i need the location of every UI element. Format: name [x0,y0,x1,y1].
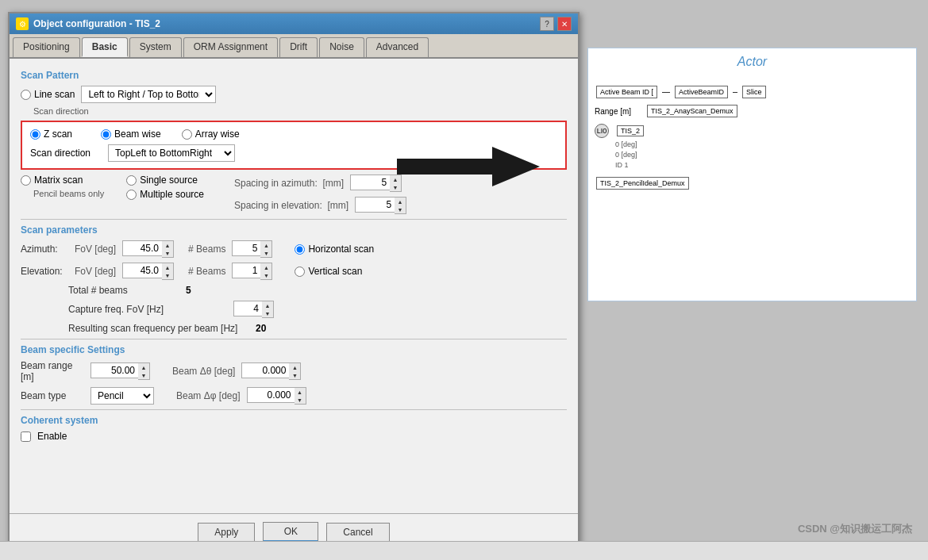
ok-button[interactable]: OK [263,522,318,542]
capture-freq-down[interactable]: ▼ [262,309,273,317]
vertical-scan-radio[interactable] [295,267,305,277]
single-source-label: Single source [140,175,198,186]
azimuth-beams-down[interactable]: ▼ [260,249,271,257]
z-scan-label: Z scan [44,128,72,140]
horizontal-scan-radio[interactable] [295,244,305,255]
array-wise-radio[interactable] [182,129,192,140]
sensor-label-box: TIS_2 [617,125,644,136]
active-beam-box: Active Beam ID [ [596,86,657,98]
coherent-enable-checkbox[interactable] [21,432,31,442]
azimuth-fov-input[interactable]: 45.0 ▲ ▼ [122,240,174,258]
tab-advanced[interactable]: Advanced [366,37,429,57]
elevation-fov-up[interactable]: ▲ [162,263,173,271]
single-source-radio[interactable] [126,175,137,186]
elevation-fov-input[interactable]: 45.0 ▲ ▼ [122,263,174,280]
resulting-freq-value: 20 [256,323,266,334]
beam-delta-theta-input[interactable]: 0.000 ▲ ▼ [241,362,301,380]
beam-type-select[interactable]: Pencil [90,387,154,405]
watermark: CSDN @知识搬运工阿杰 [798,522,912,536]
spacing-elevation-input[interactable]: 5 ▲ ▼ [355,197,406,214]
beam-delta-theta-up[interactable]: ▲ [289,363,300,371]
cancel-button[interactable]: Cancel [326,523,389,542]
scan-direction-sub-label: Scan direction [33,106,567,116]
line-scan-label: Line scan [34,89,75,100]
tab-drift[interactable]: Drift [279,37,318,57]
scan-pattern-label: Scan Pattern [21,70,567,81]
beam-delta-phi-input[interactable]: 0.000 ▲ ▼ [247,387,306,405]
beam-delta-phi-label: Beam Δφ [deg] [176,390,241,401]
line-scan-radio[interactable] [21,90,31,100]
tab-noise[interactable]: Noise [319,37,364,57]
beam-delta-phi-down[interactable]: ▼ [295,396,306,404]
help-button[interactable]: ? [540,17,554,31]
array-wise-label: Array wise [195,128,240,140]
spacing-elevation-label: Spacing in elevation: [mm] [234,200,348,211]
tab-system[interactable]: System [129,37,182,57]
scan-params-label: Scan parameters [21,224,567,236]
svg-marker-0 [397,147,540,186]
beam-delta-phi-up[interactable]: ▲ [295,388,306,396]
elevation-beams-up[interactable]: ▲ [260,263,271,271]
diagram-row-4: TIS_2_PencilIdeal_Demux [595,175,910,191]
title-bar: ⚙ Object configuration - TIS_2 ? ✕ [10,13,578,34]
arrow-indicator [389,143,548,190]
elevation-beams-input[interactable]: 1 ▲ ▼ [232,263,272,280]
elevation-row: Elevation: FoV [deg] 45.0 ▲ ▼ # Beams 1 … [21,263,567,280]
beam-wise-radio[interactable] [101,129,111,140]
li0-circle: LI0 [595,124,609,138]
app-icon: ⚙ [16,17,29,30]
z-scan-direction-label: Scan direction [30,148,102,159]
beam-range-input[interactable]: 50.00 ▲ ▼ [90,362,150,380]
actor-title: Actor [588,48,916,75]
beams-label: # Beams [188,244,225,255]
apply-button[interactable]: Apply [198,523,255,542]
beam-type-label: Beam type [21,390,84,401]
matrix-scan-radio[interactable] [21,175,31,186]
beam-range-up[interactable]: ▲ [138,363,149,371]
spacing-elevation-up[interactable]: ▲ [395,198,406,205]
coherent-enable-label: Enable [37,431,67,442]
beam-wise-label: Beam wise [114,128,161,140]
pencil-beams-label: Pencil beams only [33,189,104,198]
elevation-fov-down[interactable]: ▼ [162,271,173,279]
beam-delta-theta-label: Beam Δθ [deg] [172,366,235,377]
beam-type-row: Beam type Pencil Beam Δφ [deg] 0.000 ▲ ▼ [21,387,567,405]
fov-label: FoV [deg] [75,244,116,255]
elevation-beams-down[interactable]: ▼ [260,271,271,279]
total-beams-value: 5 [186,285,191,296]
azimuth-fov-up[interactable]: ▲ [162,241,173,249]
capture-freq-up[interactable]: ▲ [262,301,273,309]
resulting-freq-label: Resulting scan frequency per beam [Hz] [68,323,243,334]
azimuth-beams-up[interactable]: ▲ [260,241,271,249]
deg-row-1: 0 [deg] [615,140,645,148]
beam-delta-theta-down[interactable]: ▼ [289,371,300,379]
azimuth-label: Azimuth: [21,244,68,255]
close-button[interactable]: ✕ [557,17,572,31]
horizontal-scan-label: Horizontal scan [308,244,374,255]
diagram-row-2: Range [m] TIS_2_AnayScan_Demux [595,103,910,119]
tab-positioning[interactable]: Positioning [13,37,80,57]
line-scan-row: Line scan Left to Right / Top to Bottom [21,86,567,103]
beam-settings-label: Beam specific Settings [21,344,567,355]
multiple-source-radio[interactable] [126,190,137,200]
total-beams-row: Total # beams 5 [21,285,567,296]
azimuth-row: Azimuth: FoV [deg] 45.0 ▲ ▼ # Beams 5 ▲ … [21,240,567,258]
tab-basic[interactable]: Basic [82,37,128,57]
capture-freq-input[interactable]: 4 ▲ ▼ [233,301,274,318]
tab-orm-assignment[interactable]: ORM Assignment [183,37,278,57]
diagram-row-1: Active Beam ID [ ActiveBeamID Slice [595,84,910,100]
z-scan-direction-select[interactable]: TopLeft to BottomRight [108,144,235,162]
beam-range-down[interactable]: ▼ [138,371,149,379]
bottom-demux-box: TIS_2_PencilIdeal_Demux [596,177,689,190]
azimuth-beams-input[interactable]: 5 ▲ ▼ [232,240,272,258]
z-scan-radio[interactable] [30,129,40,140]
azimuth-fov-down[interactable]: ▼ [162,249,173,257]
active-beam-id-out-box: ActiveBeamID [675,86,728,98]
deg-row-3: ID 1 [615,161,645,169]
scan-direction-select[interactable]: Left to Right / Top to Bottom [81,86,216,103]
coherent-enable-row: Enable [21,431,567,442]
elevation-beams-label: # Beams [188,266,225,277]
dialog-title: Object configuration - TIS_2 [33,18,160,29]
tis2-demux-box: TIS_2_AnayScan_Demux [647,105,737,117]
spacing-elevation-down[interactable]: ▼ [395,205,406,213]
